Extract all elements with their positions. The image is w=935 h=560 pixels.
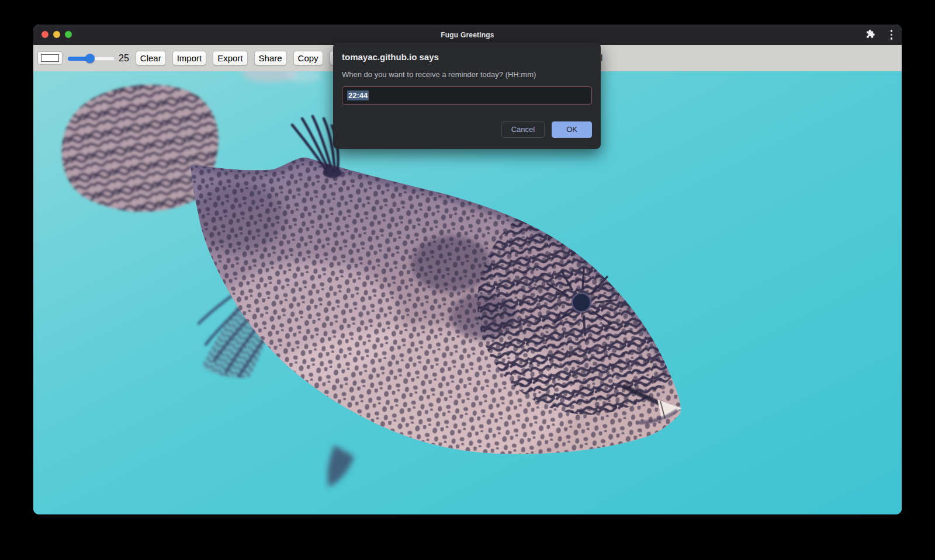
dialog-origin-title: tomayac.github.io says xyxy=(342,52,592,62)
reminder-time-input[interactable]: 22:44 xyxy=(342,86,592,105)
zoom-window-button[interactable] xyxy=(65,31,72,38)
window-title: Fugu Greetings xyxy=(33,31,902,39)
more-menu-kebab-icon[interactable] xyxy=(889,29,894,41)
ok-button[interactable]: OK xyxy=(552,121,592,138)
cancel-button[interactable]: Cancel xyxy=(501,121,545,138)
brush-size-value: 25 xyxy=(119,53,129,64)
share-button[interactable]: Share xyxy=(254,51,287,65)
import-button[interactable]: Import xyxy=(172,51,207,65)
traffic-lights xyxy=(41,31,72,38)
dialog-message: When do you want to receive a reminder t… xyxy=(342,70,592,79)
color-chip xyxy=(41,54,59,62)
js-prompt-dialog: tomayac.github.io says When do you want … xyxy=(333,43,601,149)
close-window-button[interactable] xyxy=(41,31,49,38)
clear-button[interactable]: Clear xyxy=(136,51,166,65)
extensions-puzzle-icon[interactable] xyxy=(865,29,875,41)
obscured-button-label-fragment[interactable]: l xyxy=(601,53,602,62)
dialog-actions: Cancel OK xyxy=(342,121,592,138)
brush-size-slider[interactable] xyxy=(68,54,115,63)
color-picker-swatch[interactable] xyxy=(37,51,63,65)
copy-button[interactable]: Copy xyxy=(293,51,323,65)
export-button[interactable]: Export xyxy=(213,51,247,65)
titlebar: Fugu Greetings xyxy=(33,25,902,45)
selected-input-text: 22:44 xyxy=(347,91,369,100)
screenshot-stage: Fugu Greetings 25 Clear Im xyxy=(0,0,935,560)
minimize-window-button[interactable] xyxy=(53,31,60,38)
app-window: Fugu Greetings 25 Clear Im xyxy=(33,25,902,514)
slider-thumb[interactable] xyxy=(85,54,95,63)
